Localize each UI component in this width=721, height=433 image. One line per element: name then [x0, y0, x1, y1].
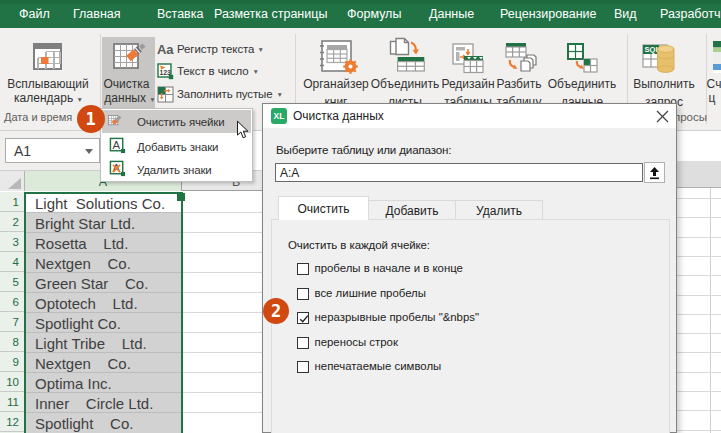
svg-text:123: 123: [160, 68, 171, 75]
right-strip-gridline-h: [676, 410, 721, 411]
cell-a10[interactable]: Optima Inc.: [26, 373, 181, 393]
add-chars-icon: А: [109, 137, 127, 155]
checkbox-row-nbsp[interactable]: неразрывные пробелы "&nbps": [297, 311, 309, 324]
right-strip-gridline-h: [676, 295, 721, 296]
dialog-tab-pane: [271, 219, 670, 433]
checkbox-nbsp-checked[interactable]: [297, 312, 309, 324]
checkbox-line-breaks[interactable]: [297, 337, 309, 349]
fill-blanks-label: Заполнить пустые: [177, 88, 273, 100]
dialog-title-bar[interactable]: XL Очистка данных: [263, 104, 676, 128]
mouse-cursor: [237, 120, 249, 140]
range-input[interactable]: A:A: [275, 163, 643, 182]
dropdown-arrow-icon: ▼: [253, 68, 259, 75]
right-strip-gridline-h: [676, 314, 721, 315]
select-all-corner[interactable]: [0, 171, 25, 191]
tab-insert[interactable]: Вставка: [157, 0, 203, 28]
menu-item-clean-cells[interactable]: Очистить ячейки: [102, 110, 251, 133]
cell-a5[interactable]: Green Star Co.: [26, 273, 181, 293]
cell-a2[interactable]: Bright Star Ltd.: [26, 213, 181, 233]
tab-data[interactable]: Данные: [429, 0, 474, 28]
tab-page-layout[interactable]: Разметка страницы: [214, 0, 327, 28]
range-label: Выберите таблицу или диапазон:: [276, 143, 451, 156]
tab-home[interactable]: Главная: [73, 0, 121, 28]
right-strip-gridline-h: [676, 372, 721, 373]
dialog-tab-add[interactable]: Добавить: [369, 200, 456, 220]
cell-a11[interactable]: Inner Circle Ltd.: [26, 393, 181, 413]
gridline-h-selected: [26, 292, 181, 293]
dropdown-arrow-icon: ▼: [257, 46, 263, 53]
close-icon: [656, 110, 669, 123]
merge-data-icon: [565, 41, 599, 75]
clean-data-icon: [113, 43, 146, 69]
gridline-h: [183, 312, 262, 313]
range-value: A:A: [280, 166, 299, 180]
checkbox-label: переносы строк: [315, 336, 398, 348]
cell-text: Nextgen Co.: [35, 355, 131, 372]
checkbox-row-extra-spaces[interactable]: все лишние пробелы: [297, 287, 309, 300]
cell-a1[interactable]: Light Solutions Co.: [26, 193, 181, 213]
tab-formulas[interactable]: Формулы: [347, 0, 401, 28]
text-to-number-label: Текст в число: [177, 65, 249, 77]
cell-a3[interactable]: Rosetta Ltd.: [26, 233, 181, 253]
selection-fill-handle[interactable]: [177, 193, 185, 201]
dialog-close-button[interactable]: [648, 104, 676, 128]
range-select-button[interactable]: [644, 162, 665, 183]
gridline-h-selected: [26, 352, 181, 353]
select-all-triangle-icon: [8, 178, 21, 189]
section-label: Очистить в каждой ячейке:: [288, 239, 430, 251]
right-strip-gridline-h: [676, 256, 721, 257]
gridline-h: [183, 252, 262, 253]
name-box[interactable]: A1: [5, 138, 100, 163]
popup-calendar-label-line1: Всплывающий: [7, 77, 88, 91]
text-case-button[interactable]: Aa Регистр текста ▼: [157, 38, 264, 60]
tab-file[interactable]: Файл: [19, 0, 50, 28]
dialog-tab-clean[interactable]: Очистить: [278, 196, 369, 220]
checkbox-leading-trailing[interactable]: [297, 263, 309, 275]
run-query-label: Выполнить: [633, 77, 695, 91]
clean-data-button[interactable]: Очистка данных ▼: [102, 37, 155, 108]
gridline-h: [183, 212, 262, 213]
popup-calendar-label-line2: календарь ▼: [14, 91, 83, 105]
cell-a6[interactable]: Optotech Ltd.: [26, 293, 181, 313]
gridline-h: [183, 232, 262, 233]
clean-data-label-line2-text: данных: [104, 91, 146, 105]
fill-blanks-button[interactable]: Заполнить пустые ▼: [157, 83, 283, 105]
name-box-dropdown-icon[interactable]: [85, 149, 93, 154]
cell-a4[interactable]: Nextgen Co.: [26, 253, 181, 273]
checkbox-row-nonprintable[interactable]: непечатаемые символы: [297, 360, 309, 373]
dialog-tab-remove[interactable]: Удалить: [456, 200, 543, 220]
merge-sheets-icon: [388, 37, 426, 72]
checkbox-label: непечатаемые символы: [315, 360, 442, 372]
dropdown-arrow-icon: ▼: [277, 91, 283, 98]
right-strip-gridline-h: [676, 333, 721, 334]
menu-item-add-chars-label: Добавить знаки: [137, 141, 218, 153]
range-select-icon: [648, 166, 661, 180]
tab-developer[interactable]: Разработчик: [660, 0, 721, 28]
tab-review[interactable]: Рецензирование: [500, 0, 597, 28]
remove-chars-icon: А: [109, 160, 127, 178]
merge-data-label: Объединить: [548, 77, 617, 91]
cell-a12[interactable]: Spotlight Co.: [26, 413, 181, 433]
partial-button[interactable]: Сч ц: [705, 37, 721, 132]
cell-a8[interactable]: Light Tribe Ltd.: [26, 333, 181, 353]
cell-text: Light Solutions Co.: [35, 195, 165, 212]
gridline-h: [183, 272, 262, 273]
cell-a9[interactable]: Nextgen Co.: [26, 353, 181, 373]
check-icon: [298, 313, 310, 325]
checkbox-nonprintable[interactable]: [297, 361, 309, 373]
clean-data-label-line2: данных ▼: [104, 91, 155, 105]
menu-item-remove-chars[interactable]: А Удалить знаки: [102, 158, 251, 181]
tab-view[interactable]: Вид: [614, 0, 637, 28]
gridline-h: [183, 292, 262, 293]
checkbox-row-leading-trailing[interactable]: пробелы в начале и в конце: [297, 262, 309, 275]
checkbox-extra-spaces[interactable]: [297, 288, 309, 300]
cell-text: Rosetta Ltd.: [35, 235, 128, 252]
right-strip-gridline-v: [710, 188, 711, 433]
cell-a7[interactable]: Spotlight Co.: [26, 313, 181, 333]
checkbox-row-line-breaks[interactable]: переносы строк: [297, 336, 309, 349]
checkbox-label: пробелы в начале и в конце: [315, 262, 463, 274]
menu-item-add-chars[interactable]: А Добавить знаки: [102, 135, 251, 158]
text-to-number-button[interactable]: 123 Текст в число ▼: [157, 60, 259, 82]
cell-text: Spotlight Co.: [35, 315, 121, 332]
gridline-h-selected: [26, 412, 181, 413]
